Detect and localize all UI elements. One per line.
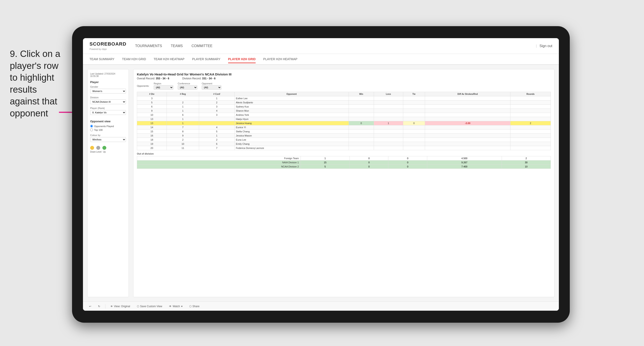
dot-up [102, 146, 106, 150]
last-updated: Last Updated: 27/03/2024 16:55:38 [90, 73, 126, 77]
main-content: Last Updated: 27/03/2024 16:55:38 Player… [83, 65, 559, 302]
colour-section: Colour by Win/loss Down Level Up [90, 134, 126, 153]
gender-select[interactable]: Women's [90, 89, 126, 94]
col-rounds: Rounds [510, 92, 550, 96]
undo-btn[interactable]: ↩ [87, 304, 93, 309]
table-row[interactable]: 1691Jessica Mason [137, 134, 551, 138]
gender-label: Gender [90, 85, 126, 88]
sub-nav-team-h2h-heatmap[interactable]: TEAM H2H HEATMAP [154, 56, 184, 63]
label-down: Down [90, 151, 94, 153]
sub-nav-player-summary[interactable]: PLAYER SUMMARY [192, 56, 220, 63]
radio-opponents-played[interactable]: Opponents Played [90, 125, 126, 128]
out-of-division-table: Foreign Team1004.5002NAIA Division 11500… [137, 156, 551, 169]
left-panel: Last Updated: 27/03/2024 16:55:38 Player… [87, 69, 129, 297]
filter-row: Opponents: Region (All) Conference (All) [137, 82, 551, 90]
nav-committee[interactable]: COMMITTEE [192, 42, 212, 50]
table-row[interactable]: 31Esther Lee [137, 96, 551, 101]
last-updated-time: 16:55:38 [90, 75, 126, 77]
sub-nav: TEAM SUMMARY TEAM H2H GRID TEAM H2H HEAT… [83, 54, 559, 65]
watch-label: Watch [173, 305, 180, 308]
opponent-view-label: Opponent view [90, 120, 126, 123]
label-up: Up [102, 151, 106, 153]
division-record: Division Record: 331 - 34 - 6 [182, 77, 216, 80]
opponent-view-section: Opponent view Opponents Played Top 100 [90, 120, 126, 131]
opponent-filter: Opponent (All) [202, 82, 221, 90]
col-diff: Diff Av Strokes/Rnd [425, 92, 510, 96]
table-row[interactable]: 914Sharon Mun [137, 109, 551, 113]
col-tie: Tie [403, 92, 425, 96]
sub-nav-player-h2h-grid[interactable]: PLAYER H2H GRID [228, 56, 256, 63]
col-loss: Loss [374, 92, 403, 96]
division-record-label: Division Record: [182, 77, 201, 80]
grid-title: Katelyn Vo Head-to-Head Grid for Women's… [137, 72, 551, 76]
opponent-filter-label: Opponent [202, 82, 221, 85]
view-original-btn[interactable]: 👁 View: Original [109, 304, 132, 309]
instruction-text: 9. Click on a player's row to highlight … [10, 48, 66, 120]
table-row[interactable]: 19106Emily Chang [137, 142, 551, 146]
radio-top100[interactable]: Top 100 [90, 128, 126, 131]
right-panel: Katelyn Vo Head-to-Head Grid for Women's… [133, 69, 554, 297]
table-row[interactable]: 20117Federica Domecq Lacroze [137, 146, 551, 150]
col-div: # Div [137, 92, 167, 96]
colour-by-select[interactable]: Win/loss [90, 137, 126, 142]
table-row[interactable]: 613Sydney Kuo [137, 105, 551, 109]
sign-out-label: Sign out [540, 44, 552, 48]
nav-teams[interactable]: TEAMS [171, 42, 183, 50]
conference-filter: Conference (All) [178, 82, 197, 90]
region-select[interactable]: (All) [154, 85, 173, 90]
table-row[interactable]: 1474Eunice Yi [137, 125, 551, 130]
label-level: Level [96, 151, 100, 153]
out-of-division-row[interactable]: NCAA Division 25007.40010 [137, 165, 551, 169]
redo-btn[interactable]: ↻ [96, 304, 102, 309]
player-rank-select[interactable]: 8. Katelyn Vo [90, 110, 126, 115]
view-original-label: View: Original [114, 305, 130, 308]
col-reg: # Reg [166, 92, 199, 96]
nav-bar: SCOREBOARD Powered by clippi TOURNAMENTS… [83, 38, 559, 54]
last-updated-date: Last Updated: 27/03/2024 [90, 73, 126, 75]
watch-btn[interactable]: 👁 Watch ▾ [167, 304, 184, 309]
out-of-division-row[interactable]: NAIA Division 115009.26730 [137, 161, 551, 165]
colour-dots [90, 146, 126, 150]
sub-nav-team-h2h-grid[interactable]: TEAM H2H GRID [122, 56, 146, 63]
sub-nav-team-summary[interactable]: TEAM SUMMARY [90, 56, 114, 63]
table-row[interactable]: 131Jessica Huang010-3.002 [137, 121, 551, 125]
records-row: Overall Record: 353 - 34 - 6 Division Re… [137, 77, 551, 80]
dot-labels: Down Level Up [90, 151, 126, 153]
colour-by-label: Colour by [90, 134, 126, 137]
nav-links: TOURNAMENTS TEAMS COMMITTEE [135, 42, 212, 50]
out-of-division: Out of division Foreign Team1004.5002NAI… [137, 152, 551, 169]
table-row[interactable]: 131Haeju Hyun [137, 117, 551, 121]
overall-record: Overall Record: 353 - 34 - 6 [137, 77, 169, 80]
table-row[interactable]: 522Alexis Sudjianto [137, 101, 551, 105]
radio-top100-label: Top 100 [94, 129, 102, 131]
radio-opponents-played-label: Opponents Played [94, 125, 114, 128]
conference-select[interactable]: (All) [178, 85, 197, 90]
division-select[interactable]: NCAA Division III [90, 99, 126, 104]
tablet-frame: SCOREBOARD Powered by clippi TOURNAMENTS… [72, 26, 570, 323]
bottom-toolbar: ↩ ↻ 👁 View: Original ⬡ Save Custom View … [83, 302, 559, 311]
division-label: Division [90, 96, 126, 99]
player-rank-label: Player (Rank) [90, 107, 126, 109]
instruction-body: Click on a player's row to highlight res… [10, 49, 60, 118]
toolbar-divider-1 [105, 304, 106, 309]
table-row[interactable]: 1822Euna Lee [137, 138, 551, 142]
player-section-title: Player [90, 80, 126, 84]
opponent-select[interactable]: (All) [202, 85, 221, 90]
save-custom-label: Save Custom View [140, 305, 162, 308]
table-row[interactable]: 1063Andrea York [137, 113, 551, 117]
sub-nav-player-h2h-heatmap[interactable]: PLAYER H2H HEATMAP [263, 56, 298, 63]
share-label: Share [192, 305, 200, 308]
sign-out-button[interactable]: | Sign out [536, 44, 552, 48]
out-of-division-row[interactable]: Foreign Team1004.5002 [137, 156, 551, 161]
save-custom-btn[interactable]: ⬡ Save Custom View [135, 304, 164, 309]
share-btn[interactable]: ⬡ Share [188, 304, 201, 309]
tablet-screen: SCOREBOARD Powered by clippi TOURNAMENTS… [83, 38, 559, 311]
table-row[interactable]: 1585Stella Chang [137, 130, 551, 134]
division-record-value: 331 - 34 - 6 [202, 77, 216, 80]
nav-tournaments[interactable]: TOURNAMENTS [135, 42, 162, 50]
dot-down [90, 146, 94, 150]
col-conf: # Conf [199, 92, 234, 96]
step-number: 9. [10, 49, 18, 59]
region-filter: Region (All) [154, 82, 173, 90]
dot-level [96, 146, 100, 150]
